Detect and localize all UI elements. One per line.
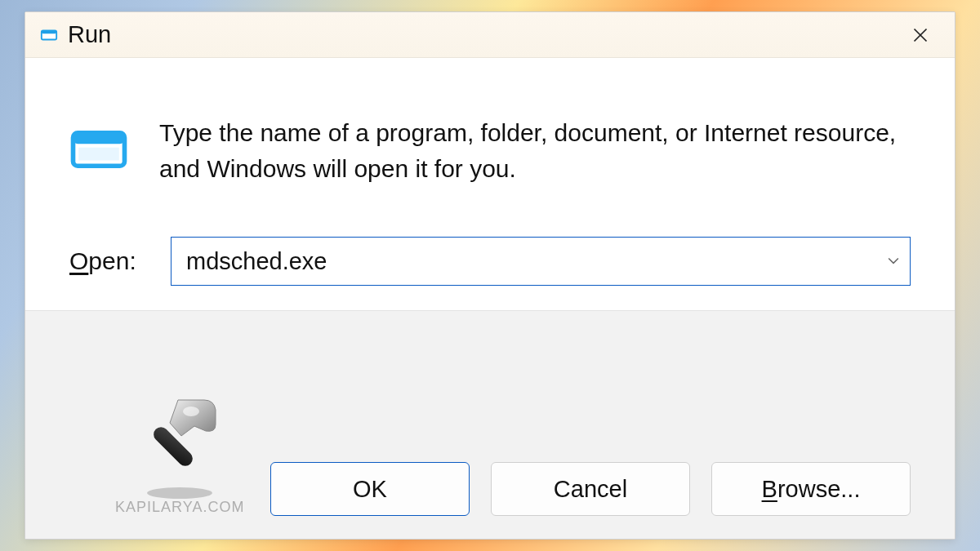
svg-rect-6 bbox=[78, 148, 119, 161]
browse-button[interactable]: Browse... bbox=[711, 462, 911, 516]
svg-point-7 bbox=[147, 487, 212, 499]
open-input[interactable] bbox=[172, 238, 877, 285]
input-row: Open: bbox=[25, 219, 955, 310]
watermark: KAPILARYA.COM bbox=[115, 414, 244, 516]
ok-button[interactable]: OK bbox=[270, 462, 470, 516]
open-label: Open: bbox=[69, 247, 151, 275]
dialog-footer: KAPILARYA.COM OK Cancel Browse... bbox=[25, 310, 955, 539]
chevron-down-icon[interactable] bbox=[877, 238, 910, 285]
run-icon-large bbox=[69, 120, 128, 179]
svg-point-9 bbox=[183, 407, 199, 416]
open-combobox[interactable] bbox=[171, 237, 911, 286]
svg-rect-8 bbox=[151, 424, 196, 469]
titlebar: Run bbox=[25, 12, 955, 58]
dialog-description: Type the name of a program, folder, docu… bbox=[159, 115, 911, 186]
svg-rect-5 bbox=[74, 133, 125, 144]
dialog-body: Type the name of a program, folder, docu… bbox=[25, 58, 955, 219]
hammer-icon bbox=[131, 393, 229, 500]
watermark-text: KAPILARYA.COM bbox=[115, 499, 244, 516]
button-row: OK Cancel Browse... bbox=[270, 462, 911, 516]
run-dialog: Run Type the name of a program, folder, … bbox=[24, 11, 956, 540]
svg-rect-1 bbox=[42, 30, 56, 33]
run-icon bbox=[40, 26, 58, 44]
window-title: Run bbox=[68, 21, 111, 48]
cancel-button[interactable]: Cancel bbox=[491, 462, 690, 516]
close-button[interactable] bbox=[901, 19, 940, 51]
